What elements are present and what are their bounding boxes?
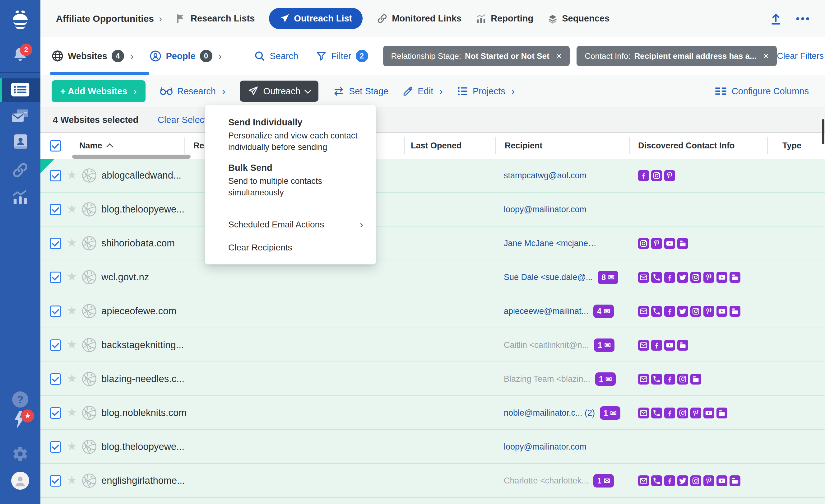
table-row[interactable]: ★ backstageknitting... Caitlin <caitlink… xyxy=(41,328,825,362)
topnav-item-reporting[interactable]: Reporting xyxy=(476,13,533,24)
facebook-icon[interactable] xyxy=(638,170,649,181)
email-count-badge[interactable]: 4 ✉ xyxy=(593,305,614,318)
star-icon[interactable]: ★ xyxy=(67,168,77,182)
phone-icon[interactable] xyxy=(651,272,662,283)
row-checkbox[interactable] xyxy=(50,305,61,317)
website-name[interactable]: backstageknitting... xyxy=(101,340,184,351)
tab-websites[interactable]: Websites 4 › xyxy=(52,50,133,62)
instagram-icon[interactable] xyxy=(677,408,688,419)
filter-button[interactable]: Filter 2 xyxy=(316,50,368,62)
table-row[interactable]: ★ blog.theloopyewe... loopy@mailinator.c… xyxy=(41,430,825,464)
email-count-badge[interactable]: 1 ✉ xyxy=(594,339,614,352)
website-name[interactable]: blazing-needles.c... xyxy=(101,373,184,384)
row-checkbox[interactable] xyxy=(50,170,61,182)
table-row[interactable]: ★ blog.theloopyewe... loopy@mailinator.c… xyxy=(41,193,825,226)
set-stage-button[interactable]: Set Stage xyxy=(333,86,388,96)
sidebar-item-links-icon[interactable] xyxy=(0,162,41,178)
table-row[interactable]: ★ apieceofewe.com apieceewe@mailinat... … xyxy=(41,294,825,328)
recipient-link[interactable]: Sue Dale <sue.dale@... xyxy=(504,273,593,282)
tab-people[interactable]: People 0 › xyxy=(150,50,222,62)
column-header-type[interactable]: Type xyxy=(782,133,801,159)
star-icon[interactable]: ★ xyxy=(67,270,77,283)
website-name[interactable]: apieceofewe.com xyxy=(101,305,176,317)
row-checkbox[interactable] xyxy=(50,441,61,453)
card-icon[interactable] xyxy=(717,408,727,419)
star-icon[interactable]: ★ xyxy=(67,439,77,453)
email-icon[interactable] xyxy=(638,374,649,384)
website-name[interactable]: shihoriobata.com xyxy=(101,238,175,249)
breadcrumb[interactable]: Affiliate Opportunities › xyxy=(56,13,162,24)
recipient-link[interactable]: Blazing Team <blazin... xyxy=(504,374,590,384)
card-icon[interactable] xyxy=(730,272,740,283)
more-options-icon[interactable]: ••• xyxy=(796,12,811,24)
star-icon[interactable]: ★ xyxy=(67,473,77,487)
topnav-item-monitored-links[interactable]: Monitored Links xyxy=(377,13,461,24)
select-all-checkbox[interactable] xyxy=(50,140,61,151)
filter-chip[interactable]: Relationship Stage: Not Started or Not S… xyxy=(383,46,570,66)
row-checkbox[interactable] xyxy=(50,204,61,215)
clear-filters-link[interactable]: Clear Filters xyxy=(777,51,824,61)
email-icon[interactable] xyxy=(638,272,649,283)
recipient-link[interactable]: loopy@mailinator.com xyxy=(504,442,587,452)
add-websites-button[interactable]: + Add Websites › xyxy=(52,80,146,102)
column-header-relationship[interactable]: Re xyxy=(194,133,204,159)
instagram-icon[interactable] xyxy=(690,272,701,283)
sidebar-item-outreach-icon[interactable] xyxy=(0,108,41,125)
youtube-icon[interactable] xyxy=(717,476,727,486)
card-icon[interactable] xyxy=(677,340,688,351)
website-name[interactable]: blog.nobleknits.com xyxy=(101,407,186,419)
website-name[interactable]: blog.theloopyewe... xyxy=(101,204,184,215)
app-logo-icon[interactable] xyxy=(0,9,41,32)
recipient-link[interactable]: apieceewe@mailinat... xyxy=(504,306,588,316)
twitter-icon[interactable] xyxy=(677,306,688,317)
column-header-last-opened[interactable]: Last Opened xyxy=(411,133,462,159)
twitter-icon[interactable] xyxy=(677,476,688,486)
star-icon[interactable]: ★ xyxy=(67,236,77,249)
research-button[interactable]: Research › xyxy=(160,85,225,97)
notifications-bell-icon[interactable]: 2 xyxy=(0,46,41,64)
recipient-link[interactable]: stampcatwg@aol.com xyxy=(504,171,587,181)
twitter-icon[interactable] xyxy=(677,272,688,283)
facebook-icon[interactable] xyxy=(664,476,675,486)
table-row[interactable]: ★ blog.nobleknits.com noble@mailinator.c… xyxy=(41,396,825,430)
star-icon[interactable]: ★ xyxy=(67,202,77,216)
row-checkbox[interactable] xyxy=(50,272,61,283)
youtube-icon[interactable] xyxy=(664,238,675,249)
sidebar-item-contacts-icon[interactable] xyxy=(0,134,41,151)
table-row[interactable]: ★ englishgirlathome... Charlotte <charlo… xyxy=(41,464,825,498)
export-icon[interactable] xyxy=(770,12,782,25)
email-count-badge[interactable]: 1 ✉ xyxy=(595,372,616,386)
recipient-link[interactable]: Caitlin <caitlinknit@n... xyxy=(504,340,589,350)
instagram-icon[interactable] xyxy=(651,170,662,181)
youtube-icon[interactable] xyxy=(717,306,727,317)
outreach-button[interactable]: Outreach xyxy=(240,81,318,102)
edit-button[interactable]: Edit › xyxy=(403,85,443,97)
email-icon[interactable] xyxy=(638,340,649,351)
star-icon[interactable]: ★ xyxy=(67,338,77,351)
facebook-icon[interactable] xyxy=(664,374,675,384)
sidebar-item-lists-icon[interactable] xyxy=(0,81,41,98)
email-icon[interactable] xyxy=(638,306,649,317)
menu-item-bulk-send[interactable]: Bulk Send Send to multiple contacts simu… xyxy=(205,159,376,205)
filter-chip[interactable]: Contact Info: Recipient email address ha… xyxy=(577,46,777,66)
email-count-badge[interactable]: 1 ✉ xyxy=(593,474,614,488)
whats-new-bolt-icon[interactable] xyxy=(0,410,41,429)
phone-icon[interactable] xyxy=(651,374,662,384)
horizontal-scrollbar[interactable] xyxy=(72,155,191,159)
phone-icon[interactable] xyxy=(651,408,662,419)
sidebar-item-reports-icon[interactable] xyxy=(0,189,41,207)
website-name[interactable]: wcl.govt.nz xyxy=(101,272,149,283)
facebook-icon[interactable] xyxy=(651,340,662,351)
settings-gear-icon[interactable] xyxy=(0,445,41,462)
card-icon[interactable] xyxy=(730,476,740,486)
star-icon[interactable]: ★ xyxy=(67,304,77,317)
remove-filter-icon[interactable]: × xyxy=(556,51,562,61)
topnav-item-outreach-list[interactable]: Outreach List xyxy=(269,8,363,29)
projects-button[interactable]: Projects › xyxy=(457,85,515,97)
phone-icon[interactable] xyxy=(651,306,662,317)
column-header-recipient[interactable]: Recipient xyxy=(505,133,543,159)
remove-filter-icon[interactable]: × xyxy=(763,51,769,61)
help-icon[interactable]: ? xyxy=(0,391,41,408)
card-icon[interactable] xyxy=(677,238,688,249)
instagram-icon[interactable] xyxy=(638,238,649,249)
